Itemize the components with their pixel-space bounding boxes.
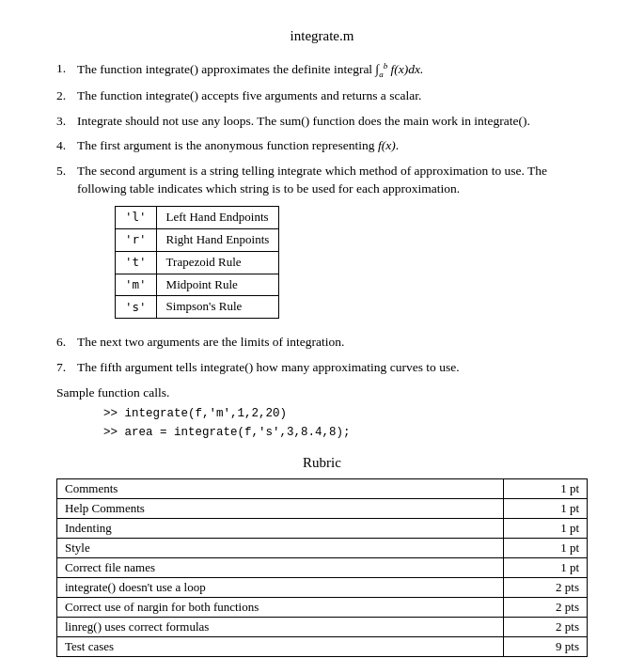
item-text: The first argument is the anonymous func… [77, 136, 588, 155]
rubric-label: Correct use of nargin for both functions [57, 598, 504, 618]
rubric-label: Style [57, 539, 504, 558]
item-number: 5. [56, 162, 77, 326]
item-number: 2. [56, 86, 77, 105]
rubric-row: linreg() uses correct formulas2 pts [57, 618, 588, 637]
item-text: The fifth argument tells integrate() how… [77, 358, 588, 377]
item-text: The next two arguments are the limits of… [77, 333, 588, 352]
rubric-points: 1 pt [503, 558, 587, 578]
rubric-points: 1 pt [503, 479, 587, 499]
rubric-points: 1 pt [503, 499, 587, 519]
rubric-points: 1 pt [503, 539, 587, 558]
rubric-row: Test cases9 pts [57, 637, 588, 657]
rubric-row: Comments1 pt [57, 479, 588, 499]
page-title: integrate.m [56, 28, 588, 44]
list-item: 2. The function integrate() accepts five… [56, 86, 588, 105]
method-value: Midpoint Rule [156, 274, 279, 296]
table-row: 'm'Midpoint Rule [116, 274, 279, 296]
item-text: The second argument is a string telling … [77, 162, 588, 326]
method-key: 'm' [116, 274, 157, 296]
method-key: 'l' [116, 207, 157, 229]
methods-table: 'l'Left Hand Endpoints'r'Right Hand Enpo… [115, 206, 279, 319]
method-value: Trapezoid Rule [156, 251, 279, 274]
rubric-label: Help Comments [57, 499, 504, 519]
method-value: Left Hand Endpoints [156, 207, 279, 229]
code-line: >> integrate(f,'m',1,2,20) [103, 404, 588, 423]
item-text: Integrate should not use any loops. The … [77, 112, 588, 131]
table-row: 'l'Left Hand Endpoints [116, 207, 279, 229]
rubric-row: Correct file names1 pt [57, 558, 588, 578]
rubric-label: Indenting [57, 519, 504, 539]
rubric-label: integrate() doesn't use a loop [57, 578, 504, 598]
item-number: 7. [56, 358, 77, 377]
rubric-label: Test cases [57, 637, 504, 657]
rubric-row: Style1 pt [57, 539, 588, 558]
list-item: 1. The function integrate() approximates… [56, 59, 588, 80]
list-item: 5. The second argument is a string telli… [56, 162, 588, 326]
rubric-points: 9 pts [503, 637, 587, 657]
rubric-points: 2 pts [503, 598, 587, 618]
rubric-label: Comments [57, 479, 504, 499]
rubric-label: Correct file names [57, 558, 504, 578]
list-item: 7. The fifth argument tells integrate() … [56, 358, 588, 377]
rubric-row: Correct use of nargin for both functions… [57, 598, 588, 618]
item-number: 3. [56, 112, 77, 131]
item-text: The function integrate() accepts five ar… [77, 86, 588, 105]
item-text: The function integrate() approximates th… [77, 59, 588, 80]
rubric-points: 2 pts [503, 618, 587, 637]
rubric-points: 2 pts [503, 578, 587, 598]
method-value: Right Hand Enpoints [156, 228, 279, 251]
method-key: 't' [116, 251, 157, 274]
rubric-points: 1 pt [503, 519, 587, 539]
list-item: 6. The next two arguments are the limits… [56, 333, 588, 352]
method-key: 'r' [116, 228, 157, 251]
table-row: 's'Simpson's Rule [116, 296, 279, 319]
rubric-title: Rubric [56, 455, 588, 471]
table-row: 't'Trapezoid Rule [116, 251, 279, 274]
list-item: 3. Integrate should not use any loops. T… [56, 112, 588, 131]
method-value: Simpson's Rule [156, 296, 279, 319]
method-key: 's' [116, 296, 157, 319]
rubric-row: integrate() doesn't use a loop2 pts [57, 578, 588, 598]
code-line: >> area = integrate(f,'s',3,8.4,8); [103, 423, 588, 442]
code-block: >> integrate(f,'m',1,2,20)>> area = inte… [103, 404, 588, 442]
main-list: 1. The function integrate() approximates… [56, 59, 588, 376]
rubric-row: Indenting1 pt [57, 519, 588, 539]
table-row: 'r'Right Hand Enpoints [116, 228, 279, 251]
item-number: 1. [56, 59, 77, 80]
sample-label: Sample function calls. [56, 385, 588, 400]
list-item: 4. The first argument is the anonymous f… [56, 136, 588, 155]
rubric-table: Comments1 ptHelp Comments1 ptIndenting1 … [56, 478, 588, 657]
rubric-label: linreg() uses correct formulas [57, 618, 504, 637]
item-number: 6. [56, 333, 77, 352]
rubric-row: Help Comments1 pt [57, 499, 588, 519]
item-number: 4. [56, 136, 77, 155]
